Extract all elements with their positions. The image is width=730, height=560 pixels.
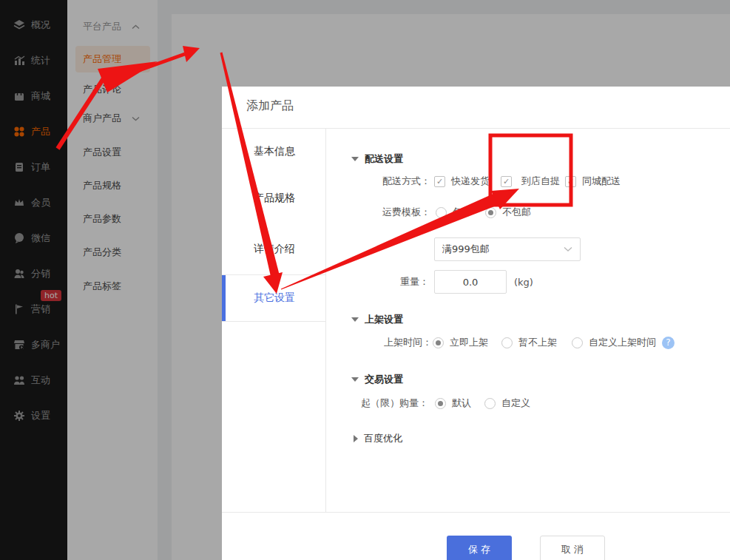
radio-icon[interactable] [572,337,583,348]
radio-custom-time[interactable]: 自定义上架时间 ? [572,331,675,354]
tab-other-settings[interactable]: 其它设置 [222,274,325,322]
purchase-qty-row: 起（限）购量： [361,391,428,415]
tab-product-specs[interactable]: 产品规格 [222,183,325,213]
tab-basic-info[interactable]: 基本信息 [222,137,325,166]
collapse-triangle-icon [351,317,359,322]
checkbox-checked-icon[interactable]: ✓ [434,176,445,187]
radio-no-free-shipping[interactable]: 不包邮 [485,200,531,224]
app-root: 概况 统计 商城 产品 订单 会员 微信 分销 [0,0,730,560]
modal-title: 添加产品 [246,98,294,114]
tab-details[interactable]: 详情介绍 [222,235,325,264]
radio-qty-default[interactable]: 默认 [435,391,471,415]
help-icon[interactable]: ? [662,337,675,349]
trade-settings-header[interactable]: 交易设置 [351,373,403,386]
weight-row: 重量： [400,270,429,294]
radio-selected-icon[interactable] [435,398,446,409]
listing-time-label: 上架时间： [384,336,432,349]
radio-list-later[interactable]: 暂不上架 [501,331,557,354]
radio-icon[interactable] [436,207,447,218]
freight-template-select[interactable]: 满999包邮 [434,237,581,261]
weight-label: 重量： [400,275,429,289]
add-product-modal: 添加产品 基本信息 产品规格 详情介绍 其它设置 配送设置 配送方式： ✓ 快递… [222,87,730,560]
listing-settings-header[interactable]: 上架设置 [351,313,403,326]
weight-input[interactable]: 0.0 [434,270,507,294]
purchase-qty-label: 起（限）购量： [361,397,428,410]
collapse-triangle-icon [351,157,359,161]
baidu-seo-header[interactable]: 百度优化 [354,432,402,445]
radio-selected-icon[interactable] [433,337,444,348]
footer-divider [222,512,730,513]
checkbox-store-pickup[interactable]: ✓ 到店自提 [501,169,560,193]
freight-template-row: 运费模板： [382,200,430,224]
freight-template-label: 运费模板： [382,206,430,219]
active-tab-indicator [222,275,226,321]
checkbox-city-delivery[interactable]: ✓ 同城配送 [565,169,621,193]
divider [222,128,730,129]
radio-selected-icon[interactable] [485,207,496,218]
chevron-down-icon [564,246,572,252]
delivery-settings-header[interactable]: 配送设置 [351,152,403,166]
weight-unit: (kg) [514,270,533,294]
checkbox-checked-icon[interactable]: ✓ [501,176,512,187]
collapse-triangle-icon [351,377,359,382]
cancel-button[interactable]: 取 消 [540,536,605,560]
listing-time-row: 上架时间： [384,331,432,354]
expand-triangle-icon [354,435,358,442]
checkbox-checked-icon[interactable]: ✓ [565,176,576,187]
delivery-method-row: 配送方式： [382,169,430,193]
save-button[interactable]: 保 存 [447,536,512,560]
delivery-method-label: 配送方式： [382,175,430,188]
radio-icon[interactable] [501,337,513,348]
checkbox-express-delivery[interactable]: ✓ 快递发货 [434,169,490,193]
radio-free-shipping[interactable]: 包邮 [436,200,472,224]
radio-list-now[interactable]: 立即上架 [433,331,488,354]
radio-qty-custom[interactable]: 自定义 [484,391,530,415]
radio-icon[interactable] [484,398,496,409]
tab-divider [325,128,326,512]
